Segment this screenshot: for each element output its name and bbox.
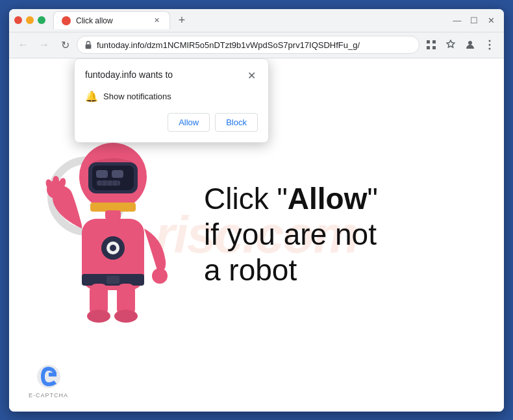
close-button[interactable] xyxy=(14,16,22,24)
robot-svg xyxy=(35,118,178,339)
window-controls xyxy=(14,16,45,24)
window-maximize-btn[interactable]: ☐ xyxy=(466,12,482,28)
new-tab-button[interactable]: + xyxy=(173,11,191,29)
popup-header: funtoday.info wants to ✕ xyxy=(85,69,258,82)
title-bar: Click allow ✕ + — ☐ ✕ xyxy=(9,9,504,32)
ecaptcha-section: E-CAPTCHA xyxy=(29,364,68,399)
svg-rect-2 xyxy=(432,40,436,43)
svg-rect-3 xyxy=(427,46,430,49)
ecaptcha-label: E-CAPTCHA xyxy=(29,392,68,399)
main-text-line2: if you are not xyxy=(204,217,377,251)
page-content: risc.com xyxy=(9,58,504,412)
notification-text: Show notifications xyxy=(103,92,171,101)
maximize-button[interactable] xyxy=(38,16,45,24)
svg-point-37 xyxy=(152,268,168,284)
nav-right-buttons xyxy=(422,36,499,54)
svg-rect-4 xyxy=(432,46,436,49)
svg-rect-1 xyxy=(427,40,430,43)
svg-point-32 xyxy=(114,310,138,323)
minimize-button[interactable] xyxy=(26,16,34,24)
lock-icon xyxy=(84,40,93,49)
notification-popup: funtoday.info wants to ✕ 🔔 Show notifica… xyxy=(74,58,269,143)
svg-rect-28 xyxy=(106,276,119,284)
main-text-line3: a robot xyxy=(204,253,297,287)
svg-point-5 xyxy=(468,41,472,45)
page-text-area: Click "Allow" if you are not a robot xyxy=(191,181,478,289)
svg-point-8 xyxy=(489,48,491,50)
profile-button[interactable] xyxy=(461,36,479,54)
svg-point-31 xyxy=(87,310,110,323)
tab-close-button[interactable]: ✕ xyxy=(151,16,162,26)
reload-button[interactable]: ↻ xyxy=(56,36,74,54)
browser-window: Click allow ✕ + — ☐ ✕ ← → ↻ funtoday.inf… xyxy=(9,9,504,412)
svg-point-7 xyxy=(489,44,491,46)
extensions-button[interactable] xyxy=(422,36,440,54)
robot-illustration xyxy=(35,118,191,352)
svg-rect-15 xyxy=(112,170,123,178)
svg-rect-13 xyxy=(92,166,134,190)
address-bar[interactable]: funtoday.info/dzm1NCMIR5o5nDTzt9b1vWpdSo… xyxy=(77,36,419,54)
tab-bar: Click allow ✕ + xyxy=(53,11,447,29)
tab-title: Click allow xyxy=(76,16,146,25)
nav-bar: ← → ↻ funtoday.info/dzm1NCMIR5o5nDTzt9b1… xyxy=(9,32,504,58)
main-text: Click "Allow" if you are not a robot xyxy=(204,181,378,289)
popup-close-button[interactable]: ✕ xyxy=(245,69,258,82)
forward-button[interactable]: → xyxy=(35,36,53,54)
main-text-line1: Click "Allow" xyxy=(204,182,378,216)
popup-buttons: Allow Block xyxy=(85,113,258,132)
block-button[interactable]: Block xyxy=(215,113,258,132)
active-tab[interactable]: Click allow ✕ xyxy=(53,11,170,29)
svg-rect-14 xyxy=(96,170,108,178)
svg-rect-21 xyxy=(90,203,136,212)
svg-rect-16 xyxy=(97,180,120,186)
allow-button[interactable]: Allow xyxy=(168,113,210,132)
tab-favicon xyxy=(62,16,71,25)
back-button[interactable]: ← xyxy=(14,36,32,54)
window-minimize-btn[interactable]: — xyxy=(449,12,465,28)
allow-text-bold: Allow xyxy=(288,182,368,216)
window-close-btn[interactable]: ✕ xyxy=(483,12,499,28)
svg-point-6 xyxy=(489,40,491,42)
window-right-controls: — ☐ ✕ xyxy=(449,12,499,28)
svg-point-35 xyxy=(53,176,59,186)
bell-icon: 🔔 xyxy=(85,90,98,103)
svg-point-26 xyxy=(110,245,116,251)
bookmark-button[interactable] xyxy=(442,36,460,54)
ecaptcha-logo-icon xyxy=(36,364,62,389)
url-text: funtoday.info/dzm1NCMIR5o5nDTzt9b1vWpdSo… xyxy=(97,40,412,50)
svg-rect-0 xyxy=(86,44,92,49)
popup-title: funtoday.info wants to xyxy=(85,69,173,80)
menu-button[interactable] xyxy=(481,36,499,54)
svg-rect-22 xyxy=(105,210,121,219)
popup-notification-row: 🔔 Show notifications xyxy=(85,90,258,103)
